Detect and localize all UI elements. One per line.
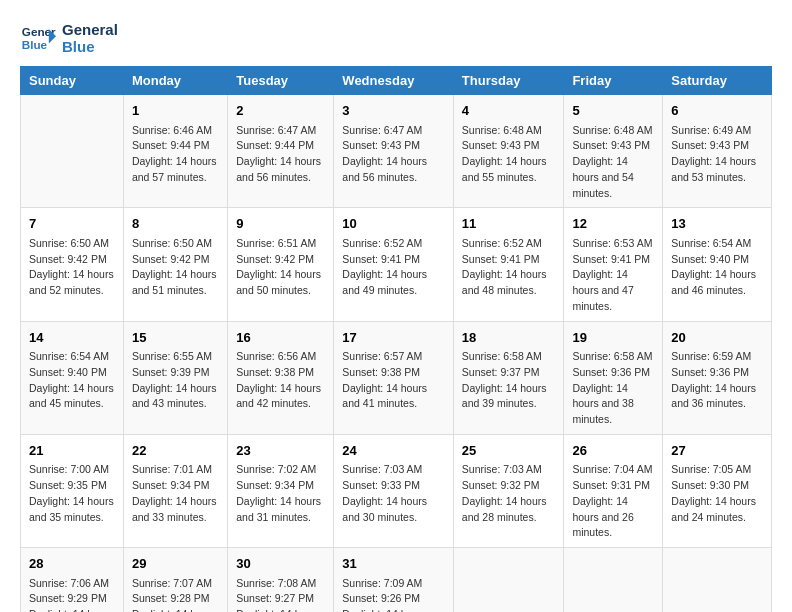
day-cell: 23Sunrise: 7:02 AMSunset: 9:34 PMDayligh… [228,434,334,547]
day-info: Sunrise: 6:53 AMSunset: 9:41 PMDaylight:… [572,236,654,315]
day-cell: 12Sunrise: 6:53 AMSunset: 9:41 PMDayligh… [564,208,663,321]
day-info: Sunrise: 6:54 AMSunset: 9:40 PMDaylight:… [671,236,763,299]
day-cell: 31Sunrise: 7:09 AMSunset: 9:26 PMDayligh… [334,548,454,613]
day-cell: 17Sunrise: 6:57 AMSunset: 9:38 PMDayligh… [334,321,454,434]
day-cell: 28Sunrise: 7:06 AMSunset: 9:29 PMDayligh… [21,548,124,613]
day-cell: 30Sunrise: 7:08 AMSunset: 9:27 PMDayligh… [228,548,334,613]
day-cell: 6Sunrise: 6:49 AMSunset: 9:43 PMDaylight… [663,95,772,208]
day-info: Sunrise: 6:54 AMSunset: 9:40 PMDaylight:… [29,349,115,412]
day-info: Sunrise: 6:47 AMSunset: 9:44 PMDaylight:… [236,123,325,186]
header-cell-thursday: Thursday [453,67,564,95]
day-info: Sunrise: 6:48 AMSunset: 9:43 PMDaylight:… [462,123,556,186]
day-number: 23 [236,441,325,461]
day-number: 5 [572,101,654,121]
day-number: 28 [29,554,115,574]
day-cell: 20Sunrise: 6:59 AMSunset: 9:36 PMDayligh… [663,321,772,434]
logo-icon: General Blue [20,20,56,56]
day-info: Sunrise: 7:05 AMSunset: 9:30 PMDaylight:… [671,462,763,525]
day-number: 9 [236,214,325,234]
week-row-4: 21Sunrise: 7:00 AMSunset: 9:35 PMDayligh… [21,434,772,547]
day-info: Sunrise: 6:52 AMSunset: 9:41 PMDaylight:… [342,236,445,299]
day-info: Sunrise: 6:47 AMSunset: 9:43 PMDaylight:… [342,123,445,186]
day-info: Sunrise: 6:58 AMSunset: 9:37 PMDaylight:… [462,349,556,412]
day-cell: 22Sunrise: 7:01 AMSunset: 9:34 PMDayligh… [123,434,227,547]
calendar-table: SundayMondayTuesdayWednesdayThursdayFrid… [20,66,772,612]
day-info: Sunrise: 7:06 AMSunset: 9:29 PMDaylight:… [29,576,115,613]
day-number: 1 [132,101,219,121]
header-cell-wednesday: Wednesday [334,67,454,95]
day-cell: 3Sunrise: 6:47 AMSunset: 9:43 PMDaylight… [334,95,454,208]
week-row-5: 28Sunrise: 7:06 AMSunset: 9:29 PMDayligh… [21,548,772,613]
day-number: 22 [132,441,219,461]
day-number: 24 [342,441,445,461]
day-number: 2 [236,101,325,121]
day-number: 11 [462,214,556,234]
day-cell: 27Sunrise: 7:05 AMSunset: 9:30 PMDayligh… [663,434,772,547]
day-info: Sunrise: 6:51 AMSunset: 9:42 PMDaylight:… [236,236,325,299]
day-cell: 24Sunrise: 7:03 AMSunset: 9:33 PMDayligh… [334,434,454,547]
header-cell-monday: Monday [123,67,227,95]
day-number: 26 [572,441,654,461]
day-cell: 15Sunrise: 6:55 AMSunset: 9:39 PMDayligh… [123,321,227,434]
day-number: 3 [342,101,445,121]
day-number: 29 [132,554,219,574]
day-cell [21,95,124,208]
day-cell: 11Sunrise: 6:52 AMSunset: 9:41 PMDayligh… [453,208,564,321]
day-info: Sunrise: 6:55 AMSunset: 9:39 PMDaylight:… [132,349,219,412]
day-info: Sunrise: 6:49 AMSunset: 9:43 PMDaylight:… [671,123,763,186]
day-cell: 7Sunrise: 6:50 AMSunset: 9:42 PMDaylight… [21,208,124,321]
week-row-2: 7Sunrise: 6:50 AMSunset: 9:42 PMDaylight… [21,208,772,321]
day-number: 15 [132,328,219,348]
day-number: 17 [342,328,445,348]
day-info: Sunrise: 7:03 AMSunset: 9:32 PMDaylight:… [462,462,556,525]
day-cell: 26Sunrise: 7:04 AMSunset: 9:31 PMDayligh… [564,434,663,547]
day-number: 18 [462,328,556,348]
day-info: Sunrise: 6:59 AMSunset: 9:36 PMDaylight:… [671,349,763,412]
day-cell: 5Sunrise: 6:48 AMSunset: 9:43 PMDaylight… [564,95,663,208]
day-info: Sunrise: 7:01 AMSunset: 9:34 PMDaylight:… [132,462,219,525]
header-cell-friday: Friday [564,67,663,95]
day-cell [663,548,772,613]
day-info: Sunrise: 6:46 AMSunset: 9:44 PMDaylight:… [132,123,219,186]
day-number: 6 [671,101,763,121]
day-cell: 18Sunrise: 6:58 AMSunset: 9:37 PMDayligh… [453,321,564,434]
day-number: 21 [29,441,115,461]
header: General Blue GeneralBlue [20,20,772,56]
day-number: 31 [342,554,445,574]
day-info: Sunrise: 7:09 AMSunset: 9:26 PMDaylight:… [342,576,445,613]
day-number: 4 [462,101,556,121]
day-number: 27 [671,441,763,461]
day-number: 25 [462,441,556,461]
day-cell: 2Sunrise: 6:47 AMSunset: 9:44 PMDaylight… [228,95,334,208]
day-number: 8 [132,214,219,234]
day-info: Sunrise: 7:02 AMSunset: 9:34 PMDaylight:… [236,462,325,525]
day-cell [564,548,663,613]
day-info: Sunrise: 6:52 AMSunset: 9:41 PMDaylight:… [462,236,556,299]
day-number: 14 [29,328,115,348]
header-cell-tuesday: Tuesday [228,67,334,95]
day-cell: 25Sunrise: 7:03 AMSunset: 9:32 PMDayligh… [453,434,564,547]
day-cell: 19Sunrise: 6:58 AMSunset: 9:36 PMDayligh… [564,321,663,434]
day-cell: 8Sunrise: 6:50 AMSunset: 9:42 PMDaylight… [123,208,227,321]
day-info: Sunrise: 6:58 AMSunset: 9:36 PMDaylight:… [572,349,654,428]
day-number: 20 [671,328,763,348]
day-number: 30 [236,554,325,574]
day-info: Sunrise: 6:56 AMSunset: 9:38 PMDaylight:… [236,349,325,412]
week-row-3: 14Sunrise: 6:54 AMSunset: 9:40 PMDayligh… [21,321,772,434]
day-cell: 4Sunrise: 6:48 AMSunset: 9:43 PMDaylight… [453,95,564,208]
week-row-1: 1Sunrise: 6:46 AMSunset: 9:44 PMDaylight… [21,95,772,208]
day-number: 12 [572,214,654,234]
day-info: Sunrise: 6:50 AMSunset: 9:42 PMDaylight:… [132,236,219,299]
day-cell: 16Sunrise: 6:56 AMSunset: 9:38 PMDayligh… [228,321,334,434]
day-info: Sunrise: 7:08 AMSunset: 9:27 PMDaylight:… [236,576,325,613]
logo: General Blue GeneralBlue [20,20,118,56]
day-number: 7 [29,214,115,234]
day-info: Sunrise: 7:07 AMSunset: 9:28 PMDaylight:… [132,576,219,613]
day-cell: 21Sunrise: 7:00 AMSunset: 9:35 PMDayligh… [21,434,124,547]
header-cell-saturday: Saturday [663,67,772,95]
day-number: 10 [342,214,445,234]
day-cell: 13Sunrise: 6:54 AMSunset: 9:40 PMDayligh… [663,208,772,321]
day-cell [453,548,564,613]
logo-text: GeneralBlue [62,21,118,55]
day-info: Sunrise: 7:04 AMSunset: 9:31 PMDaylight:… [572,462,654,541]
